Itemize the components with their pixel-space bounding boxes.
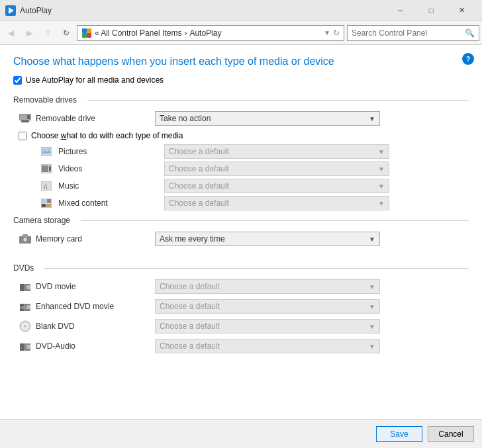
- svg-rect-3: [87, 28, 91, 33]
- svg-text:HD: HD: [21, 306, 26, 310]
- svg-point-31: [28, 287, 29, 288]
- path-current: AutoPlay: [189, 28, 221, 38]
- dvd-audio-label: DVD-Audio: [36, 341, 155, 351]
- dropdown-arrow-icon: ▼: [369, 236, 375, 243]
- media-type-checkbox-row: Choose what to do with each type of medi…: [13, 131, 469, 140]
- autoplay-label: Use AutoPlay for all media and devices: [26, 75, 164, 85]
- mixed-content-label: Mixed content: [58, 199, 164, 208]
- svg-rect-5: [87, 33, 91, 38]
- media-type-checkbox[interactable]: [19, 132, 27, 140]
- mixed-content-icon: [40, 198, 53, 208]
- pictures-row: Pictures Choose a default ▼: [40, 144, 469, 159]
- content-area: ? Choose what happens when you insert ea…: [0, 45, 482, 419]
- title-bar: AutoPlay ─ □ ✕: [0, 0, 482, 21]
- section-dvds: DVDs: [13, 263, 469, 273]
- videos-dropdown: Choose a default ▼: [164, 161, 389, 176]
- media-items-list: Pictures Choose a default ▼ Videos: [13, 144, 469, 210]
- dvd-movie-label: DVD movie: [36, 282, 155, 291]
- dvd-movie-row: DVD movie Choose a default ▼: [13, 279, 469, 294]
- save-button[interactable]: Save: [376, 426, 422, 442]
- dropdown-arrow-icon: ▼: [324, 29, 330, 36]
- refresh-button[interactable]: ↻: [58, 25, 74, 41]
- divider-line: [13, 220, 469, 221]
- divider-line: [13, 268, 469, 269]
- spacer: [13, 251, 469, 259]
- section-camera-storage: Camera storage: [13, 216, 469, 225]
- music-label: Music: [58, 181, 164, 191]
- enhanced-dvd-label: Enhanced DVD movie: [36, 302, 155, 311]
- search-input[interactable]: [352, 28, 462, 38]
- svg-text:♫: ♫: [43, 183, 48, 190]
- media-type-label: Choose what to do with each type of medi…: [31, 131, 183, 140]
- pictures-dropdown: Choose a default ▼: [164, 144, 389, 159]
- dropdown-arrow-icon: ▼: [378, 148, 385, 156]
- page-heading: Choose what happens when you insert each…: [13, 56, 469, 67]
- mixed-content-row: Mixed content Choose a default ▼: [40, 196, 469, 210]
- svg-rect-4: [82, 33, 87, 38]
- dvd-movie-dropdown: Choose a default ▼: [155, 279, 380, 294]
- app-icon: [5, 5, 16, 16]
- svg-rect-9: [27, 115, 30, 119]
- svg-rect-15: [42, 165, 48, 172]
- minimize-button[interactable]: ─: [385, 0, 416, 21]
- control-panel-icon: [81, 28, 92, 38]
- svg-rect-29: [20, 284, 24, 291]
- dvd-audio-dropdown: Choose a default ▼: [155, 339, 380, 353]
- svg-point-13: [48, 149, 50, 151]
- removable-drive-icon: [19, 113, 32, 124]
- music-row: ♫ Music Choose a default ▼: [40, 179, 469, 193]
- dvd-audio-icon: ♪: [19, 341, 32, 351]
- svg-point-35: [28, 306, 29, 308]
- svg-rect-21: [47, 199, 51, 203]
- main-window: ? Choose what happens when you insert ea…: [0, 45, 482, 448]
- svg-rect-2: [82, 28, 87, 33]
- back-button[interactable]: ◀: [3, 25, 19, 41]
- window-title: AutoPlay: [20, 6, 385, 15]
- help-icon[interactable]: ?: [462, 53, 474, 65]
- forward-button[interactable]: ▶: [21, 25, 37, 41]
- enhanced-dvd-icon: HD: [19, 301, 32, 312]
- refresh-path-icon: ↻: [333, 28, 340, 38]
- dropdown-arrow-icon: ▼: [378, 200, 385, 207]
- camera-storage-heading: Camera storage: [13, 216, 75, 225]
- dvd-movie-icon: [19, 281, 32, 292]
- section-removable-drives: Removable drives: [13, 95, 469, 105]
- videos-row: Videos Choose a default ▼: [40, 161, 469, 176]
- bottom-spacer: [13, 359, 469, 372]
- svg-rect-20: [42, 199, 46, 203]
- blank-dvd-dropdown: Choose a default ▼: [155, 319, 380, 334]
- address-bar: ◀ ▶ ⇧ ↻ « All Control Panel Items › Auto…: [0, 21, 482, 45]
- path-root: « All Control Panel Items: [95, 28, 181, 38]
- dropdown-arrow-icon: ▼: [369, 323, 375, 330]
- address-path[interactable]: « All Control Panel Items › AutoPlay ▼ ↻: [77, 25, 344, 41]
- autoplay-checkbox[interactable]: [13, 76, 22, 85]
- blank-dvd-label: Blank DVD: [36, 322, 155, 331]
- search-box[interactable]: 🔍: [347, 25, 479, 41]
- svg-rect-8: [21, 120, 29, 122]
- removable-drive-dropdown[interactable]: Take no action ▼: [155, 111, 380, 126]
- pictures-icon: [40, 146, 53, 157]
- window-controls: ─ □ ✕: [385, 0, 477, 21]
- dropdown-arrow-icon: ▼: [369, 115, 375, 122]
- pictures-label: Pictures: [58, 147, 164, 156]
- dropdown-arrow-icon: ▼: [369, 303, 375, 310]
- videos-label: Videos: [58, 164, 164, 173]
- videos-icon: [40, 163, 53, 174]
- maximize-button[interactable]: □: [416, 0, 446, 21]
- footer: Save Cancel: [0, 419, 482, 448]
- cancel-button[interactable]: Cancel: [428, 426, 474, 442]
- dropdown-arrow-icon: ▼: [369, 343, 375, 350]
- memory-card-dropdown[interactable]: Ask me every time ▼: [155, 232, 380, 246]
- removable-drive-row: Removable drive Take no action ▼: [13, 111, 469, 126]
- svg-point-39: [24, 326, 26, 328]
- path-separator: ›: [184, 28, 187, 38]
- up-button[interactable]: ⇧: [40, 25, 56, 41]
- blank-dvd-icon: [19, 321, 32, 332]
- removable-drive-label: Removable drive: [36, 114, 155, 123]
- close-button[interactable]: ✕: [446, 0, 477, 21]
- mixed-content-dropdown: Choose a default ▼: [164, 196, 389, 210]
- dvds-heading: DVDs: [13, 263, 39, 273]
- svg-rect-22: [42, 204, 46, 207]
- memory-card-row: Memory card Ask me every time ▼: [13, 232, 469, 246]
- removable-drives-heading: Removable drives: [13, 95, 82, 105]
